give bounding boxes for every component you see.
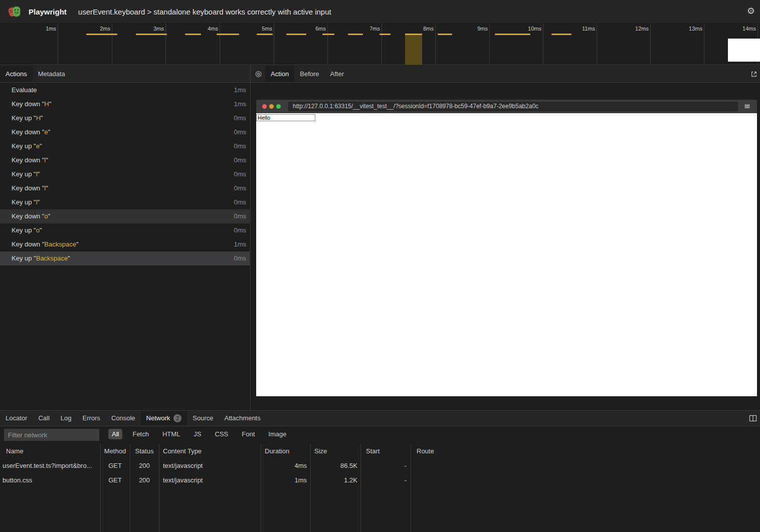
action-row[interactable]: Key up "H"0ms — [0, 111, 250, 125]
network-table-header: Name Method Status Content Type Duration… — [0, 444, 760, 458]
timeline-action-bar[interactable] — [438, 34, 452, 35]
snapshot-text-input[interactable] — [256, 114, 315, 121]
column-divider — [411, 444, 411, 532]
action-row[interactable]: Key up "e"0ms — [0, 139, 250, 153]
film-strip-thumbnail[interactable] — [728, 39, 760, 62]
tab-locator[interactable]: Locator — [0, 411, 33, 426]
tab-metadata[interactable]: Metadata — [33, 66, 71, 82]
snapshot-tab-strip: ◎ Action Before After — [251, 66, 760, 83]
timeline-action-bar[interactable] — [185, 34, 201, 35]
tab-source[interactable]: Source — [187, 411, 219, 426]
timeline-action-bar[interactable] — [257, 34, 273, 35]
action-row[interactable]: Key down "o"0ms — [0, 209, 250, 223]
column-divider — [360, 444, 361, 532]
browser-chrome: http://127.0.0.1:63315/__vitest_test__/?… — [256, 100, 757, 113]
action-row[interactable]: Key up "Backspace"0ms — [0, 251, 250, 265]
timeline-action-bar[interactable] — [322, 34, 334, 35]
network-table: Name Method Status Content Type Duration… — [0, 444, 760, 487]
action-duration: 0ms — [234, 167, 246, 181]
open-external-icon[interactable] — [750, 71, 757, 79]
tab-attachments[interactable]: Attachments — [219, 411, 266, 426]
traffic-light-yellow-icon — [269, 104, 274, 109]
action-row[interactable]: Key up "l"0ms — [0, 167, 250, 181]
timeline-gridline — [58, 23, 58, 65]
timeline-gridline — [382, 23, 382, 65]
timeline-tick-label: 6ms — [296, 26, 326, 32]
traffic-light-green-icon — [276, 104, 281, 109]
tab-before[interactable]: Before — [294, 66, 324, 82]
network-table-row[interactable]: userEvent.test.ts?import&bro... GET 200 … — [0, 458, 760, 473]
split-view-icon[interactable] — [749, 414, 757, 424]
action-label: Key up "o" — [12, 223, 42, 237]
filter-network-input[interactable] — [4, 429, 99, 441]
tab-log[interactable]: Log — [55, 411, 77, 426]
test-title: userEvent.keyboard > standalone keyboard… — [78, 8, 331, 16]
chip-image[interactable]: Image — [265, 429, 290, 439]
tab-action[interactable]: Action — [265, 66, 294, 82]
chip-all[interactable]: All — [108, 429, 122, 439]
tab-console[interactable]: Console — [106, 411, 141, 426]
action-duration: 0ms — [234, 223, 246, 237]
url-bar: http://127.0.0.1:63315/__vitest_test__/?… — [288, 102, 738, 111]
timeline-gridline — [327, 23, 328, 65]
chip-css[interactable]: CSS — [212, 429, 232, 439]
chip-fetch[interactable]: Fetch — [129, 429, 152, 439]
settings-gear-icon[interactable]: ⚙ — [747, 6, 755, 16]
timeline-gridline — [489, 23, 490, 65]
timeline-gridline — [165, 23, 166, 65]
timeline-tick-label: 7ms — [350, 26, 380, 32]
timeline-gridline — [435, 23, 436, 65]
tab-call[interactable]: Call — [33, 411, 55, 426]
timeline-tick-label: 1ms — [26, 26, 56, 32]
action-row[interactable]: Key up "o"0ms — [0, 223, 250, 237]
chip-js[interactable]: JS — [190, 429, 205, 439]
timeline-action-bar[interactable] — [551, 34, 572, 35]
tab-actions[interactable]: Actions — [0, 66, 33, 82]
chip-font[interactable]: Font — [238, 429, 258, 439]
network-table-row[interactable]: button.css GET 200 text/javascript 1ms 1… — [0, 473, 760, 487]
timeline-gridline — [650, 23, 651, 65]
action-label: Key down "H" — [12, 97, 51, 111]
action-duration: 0ms — [234, 195, 246, 209]
network-filter-row: All Fetch HTML JS CSS Font Image — [0, 426, 760, 444]
timeline-action-bar[interactable] — [286, 34, 306, 35]
action-row[interactable]: Key down "Backspace"1ms — [0, 237, 250, 251]
timeline-action-bar[interactable] — [348, 34, 363, 35]
action-label: Key down "Backspace" — [12, 237, 79, 251]
page-snapshot[interactable] — [256, 113, 757, 396]
action-duration: 0ms — [234, 125, 246, 139]
action-row[interactable]: Key down "l"0ms — [0, 153, 250, 167]
timeline-selected-action-bar[interactable] — [405, 34, 422, 65]
timeline-action-bar[interactable] — [86, 34, 117, 35]
action-duration: 0ms — [234, 111, 246, 125]
action-label: Key down "l" — [12, 181, 48, 195]
action-duration: 0ms — [234, 251, 246, 265]
timeline-tick-label: 12ms — [619, 26, 649, 32]
bottom-panel: Locator Call Log Errors Console Network … — [0, 410, 760, 532]
timeline-tick-label: 5ms — [242, 26, 272, 32]
action-row[interactable]: Key up "l"0ms — [0, 195, 250, 209]
header-bar: Playwright userEvent.keyboard > standalo… — [0, 0, 760, 23]
timeline-tick-label: 4ms — [188, 26, 218, 32]
timeline[interactable]: 1ms2ms3ms4ms5ms6ms7ms8ms9ms10ms11ms12ms1… — [0, 23, 760, 65]
chip-html[interactable]: HTML — [159, 429, 183, 439]
timeline-gridline — [274, 23, 274, 65]
action-duration: 1ms — [234, 237, 246, 251]
tab-after[interactable]: After — [325, 66, 349, 82]
action-row[interactable]: Key down "e"0ms — [0, 125, 250, 139]
timeline-action-bar[interactable] — [379, 34, 391, 35]
tab-network[interactable]: Network 2 — [141, 411, 187, 426]
snapshot-panel: ◎ Action Before After http://127.0.0.1:6… — [251, 66, 760, 410]
column-divider — [130, 444, 130, 532]
actions-tab-strip: Actions Metadata — [0, 66, 250, 83]
tab-errors[interactable]: Errors — [77, 411, 105, 426]
timeline-action-bar[interactable] — [217, 34, 239, 35]
timeline-action-bar[interactable] — [136, 34, 167, 35]
pick-locator-target-icon[interactable]: ◎ — [255, 66, 262, 82]
timeline-action-bar[interactable] — [495, 34, 530, 35]
timeline-gridline — [112, 23, 112, 65]
action-row[interactable]: Evaluate1ms — [0, 83, 250, 97]
action-row[interactable]: Key down "l"0ms — [0, 181, 250, 195]
action-row[interactable]: Key down "H"1ms — [0, 97, 250, 111]
snapshot-area: http://127.0.0.1:63315/__vitest_test__/?… — [251, 83, 760, 410]
